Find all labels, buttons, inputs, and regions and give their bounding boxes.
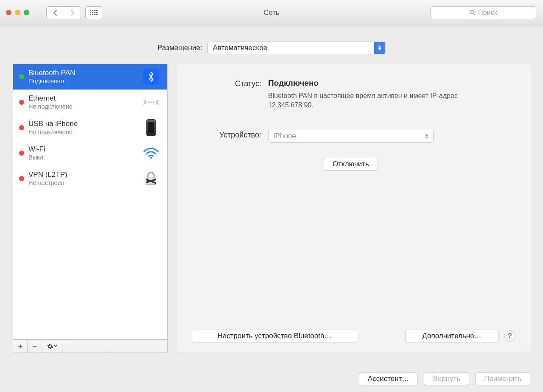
service-sub: Не подключено: [28, 103, 138, 110]
device-value: iPhone: [274, 132, 296, 140]
service-list: Bluetooth PAN Подключено Ethernet Не под…: [13, 64, 168, 339]
status-dot-icon: [19, 125, 24, 130]
location-popup[interactable]: Автоматическое: [207, 42, 386, 54]
lock-icon: [143, 170, 160, 187]
back-button[interactable]: [47, 7, 64, 19]
svg-line-1: [473, 13, 475, 15]
minimize-window-button[interactable]: [15, 10, 20, 15]
svg-point-5: [150, 157, 152, 159]
service-sub: Подключено: [28, 78, 138, 85]
forward-button[interactable]: [64, 7, 81, 19]
detail-panel: Статус: Подключено Bluetooth PAN в насто…: [177, 64, 530, 353]
advanced-button[interactable]: Дополнительно…: [405, 330, 498, 342]
phone-icon: [143, 119, 160, 136]
sidebar: Bluetooth PAN Подключено Ethernet Не под…: [13, 64, 168, 353]
service-sub: Не подключено: [28, 129, 138, 136]
remove-service-button[interactable]: −: [28, 340, 42, 353]
nav-buttons: [46, 6, 81, 19]
traffic-lights: [6, 10, 29, 15]
status-dot-icon: [19, 176, 24, 181]
status-dot-icon: [19, 74, 24, 79]
service-sub: Выкл.: [28, 154, 138, 161]
chevron-updown-icon: [374, 42, 385, 54]
service-usb-iphone[interactable]: USB на iPhone Не подключено: [13, 115, 167, 140]
device-label: Устройство:: [192, 130, 268, 143]
status-value: Подключено: [268, 78, 515, 88]
zoom-window-button[interactable]: [24, 10, 29, 15]
svg-point-3: [150, 101, 152, 103]
service-sub: Не настроен: [28, 179, 138, 187]
search-placeholder: Поиск: [478, 9, 497, 17]
service-wifi[interactable]: Wi-Fi Выкл.: [13, 140, 167, 166]
window-title: Сеть: [263, 8, 280, 17]
close-window-button[interactable]: [6, 10, 11, 15]
service-list-footer: ＋ −: [13, 339, 168, 353]
location-value: Автоматическое: [213, 44, 267, 52]
show-all-button[interactable]: [85, 6, 102, 19]
service-ethernet[interactable]: Ethernet Не подключено: [13, 90, 167, 115]
service-bluetooth-pan[interactable]: Bluetooth PAN Подключено: [13, 64, 167, 90]
search-input[interactable]: Поиск: [430, 6, 536, 19]
service-name: Ethernet: [28, 94, 138, 103]
window-footer: Ассистент… Вернуть Применить: [0, 366, 543, 392]
device-popup[interactable]: iPhone: [268, 130, 434, 143]
location-label: Размещение:: [157, 44, 202, 52]
chevron-left-icon: [53, 9, 58, 16]
service-vpn[interactable]: VPN (L2TP) Не настроен: [13, 166, 167, 191]
grid-icon: [90, 10, 98, 15]
search-icon: [469, 9, 476, 16]
gear-icon: [47, 343, 53, 350]
wifi-icon: [143, 145, 160, 162]
configure-bluetooth-button[interactable]: Настроить устройство Bluetooth…: [192, 330, 357, 342]
chevron-updown-icon: [423, 130, 431, 142]
window: Сеть Поиск Размещение: Автоматическое Bl…: [0, 0, 543, 392]
status-label: Статус:: [192, 78, 268, 109]
titlebar: Сеть Поиск: [0, 0, 543, 25]
add-service-button[interactable]: ＋: [13, 340, 28, 353]
revert-button[interactable]: Вернуть: [424, 372, 469, 385]
bluetooth-icon: [143, 68, 160, 85]
svg-point-4: [153, 101, 154, 103]
content: Bluetooth PAN Подключено Ethernet Не под…: [0, 64, 543, 366]
status-dot-icon: [19, 151, 24, 156]
service-actions-button[interactable]: [42, 340, 62, 353]
apply-button[interactable]: Применить: [475, 372, 530, 385]
status-dot-icon: [19, 100, 24, 105]
help-button[interactable]: ?: [504, 330, 515, 342]
service-name: Bluetooth PAN: [28, 69, 138, 77]
location-row: Размещение: Автоматическое: [0, 25, 543, 64]
ethernet-icon: [143, 94, 160, 111]
status-desc: Bluetooth PAN в настоящее время активен …: [268, 91, 480, 109]
assistant-button[interactable]: Ассистент…: [359, 372, 418, 385]
chevron-right-icon: [70, 9, 75, 16]
service-name: VPN (L2TP): [28, 171, 138, 179]
chevron-down-icon: [54, 345, 57, 347]
service-name: Wi-Fi: [28, 145, 138, 154]
disconnect-button[interactable]: Отключить: [324, 158, 378, 171]
svg-point-2: [148, 101, 150, 103]
service-name: USB на iPhone: [28, 120, 138, 128]
